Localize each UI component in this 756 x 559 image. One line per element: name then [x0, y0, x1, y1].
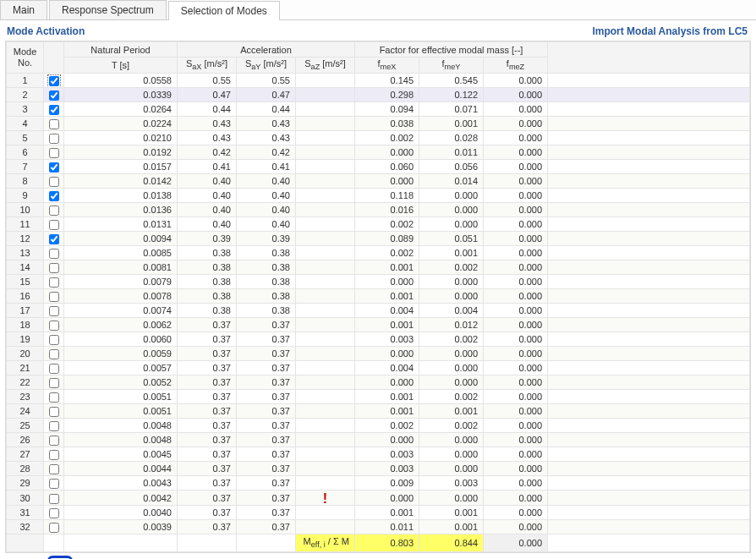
mode-checkbox[interactable]: [49, 508, 59, 518]
table-row[interactable]: 90.01380.400.400.1180.0000.000: [7, 189, 750, 203]
mode-checkbox[interactable]: [49, 392, 59, 403]
mode-checkbox[interactable]: [49, 206, 59, 216]
mode-checkbox[interactable]: [49, 479, 59, 489]
fmex-cell: 0.002: [355, 246, 419, 260]
tab-selection-of-modes[interactable]: Selection of Modes: [168, 1, 280, 20]
mode-checkbox[interactable]: [49, 335, 59, 345]
table-row[interactable]: 80.01420.400.400.0000.0140.000: [7, 174, 750, 189]
tab-response-spectrum[interactable]: Response Spectrum: [49, 0, 167, 19]
tab-strip: MainResponse SpectrumSelection of Modes: [0, 0, 756, 20]
extra-cell: [548, 375, 750, 390]
mode-checkbox[interactable]: [49, 119, 59, 129]
saz-cell: [296, 189, 355, 203]
table-row[interactable]: 110.01310.400.400.0020.0000.000: [7, 217, 750, 232]
table-row[interactable]: 20.03390.470.470.2980.1220.000: [7, 88, 750, 102]
table-row[interactable]: 40.02240.430.430.0380.0010.000: [7, 117, 750, 131]
table-row[interactable]: 230.00510.370.370.0010.0020.000: [7, 390, 750, 404]
mode-checkbox[interactable]: [49, 277, 59, 288]
mode-checkbox[interactable]: [49, 105, 59, 115]
mode-checkbox[interactable]: [49, 364, 59, 374]
mode-checkbox[interactable]: [49, 134, 59, 144]
table-row[interactable]: 170.00740.380.380.0040.0040.000: [7, 304, 750, 318]
mode-checkbox[interactable]: [49, 494, 59, 504]
table-row[interactable]: 250.00480.370.370.0020.0020.000: [7, 419, 750, 433]
sax-cell: 0.37: [178, 375, 237, 390]
mode-checkbox[interactable]: [49, 148, 59, 158]
table-row[interactable]: 320.00390.370.370.0110.0010.000: [7, 520, 750, 534]
tab-main[interactable]: Main: [0, 0, 47, 19]
mode-checkbox[interactable]: [49, 407, 59, 417]
mode-checkbox[interactable]: [49, 249, 59, 259]
mode-checkbox[interactable]: [49, 263, 59, 273]
table-row[interactable]: 140.00810.380.380.0010.0020.000: [7, 260, 750, 275]
table-row[interactable]: 210.00570.370.370.0040.0000.000: [7, 361, 750, 375]
period-cell: 0.0138: [64, 189, 178, 203]
mode-checkbox[interactable]: [49, 421, 59, 431]
table-row[interactable]: 190.00600.370.370.0030.0020.000: [7, 332, 750, 347]
col-extra: [548, 42, 750, 74]
mode-checkbox[interactable]: [49, 292, 59, 302]
table-row[interactable]: 300.00420.370.37!0.0000.0000.000: [7, 490, 750, 506]
period-cell: 0.0078: [64, 289, 178, 304]
import-link[interactable]: Import Modal Analysis from LC5: [592, 25, 748, 37]
table-row[interactable]: 130.00850.380.380.0020.0010.000: [7, 246, 750, 260]
fmez-cell: 0.000: [484, 275, 548, 289]
mode-checkbox[interactable]: [49, 90, 59, 101]
col-period-group: Natural Period: [64, 42, 178, 58]
table-row[interactable]: 50.02100.430.430.0020.0280.000: [7, 131, 750, 145]
mode-checkbox[interactable]: [49, 378, 59, 388]
table-row[interactable]: 260.00480.370.370.0000.0000.000: [7, 433, 750, 447]
table-row[interactable]: 70.01570.410.410.0600.0560.000: [7, 160, 750, 174]
mode-checkbox[interactable]: [49, 306, 59, 316]
table-row[interactable]: 280.00440.370.370.0030.0000.000: [7, 462, 750, 476]
table-row[interactable]: 10.05580.550.550.1450.5450.000: [7, 74, 750, 88]
mode-no: 8: [7, 174, 44, 189]
mode-checkbox[interactable]: [49, 162, 59, 173]
mode-checkbox[interactable]: [49, 220, 59, 230]
summary-fmex: 0.803: [355, 534, 419, 552]
table-row[interactable]: 310.00400.370.370.0010.0010.000: [7, 506, 750, 520]
table-row[interactable]: 270.00450.370.370.0030.0000.000: [7, 447, 750, 462]
say-cell: 0.42: [237, 145, 296, 160]
modes-table: ModeNo. Natural Period Acceleration Fact…: [6, 41, 750, 552]
table-row[interactable]: 30.02640.440.440.0940.0710.000: [7, 102, 750, 117]
mode-checkbox[interactable]: [49, 76, 59, 86]
table-row[interactable]: 240.00510.370.370.0010.0010.000: [7, 404, 750, 419]
mode-checkbox[interactable]: [49, 436, 59, 446]
fmey-cell: 0.000: [419, 375, 484, 390]
say-cell: 0.38: [237, 289, 296, 304]
say-cell: 0.44: [237, 102, 296, 117]
mode-checkbox[interactable]: [49, 464, 59, 474]
table-row[interactable]: 60.01920.420.420.0000.0110.000: [7, 145, 750, 160]
mode-checkbox[interactable]: [49, 349, 59, 359]
mode-checkbox[interactable]: [49, 321, 59, 331]
mode-checkbox[interactable]: [49, 191, 59, 201]
table-row[interactable]: 290.00430.370.370.0090.0030.000: [7, 476, 750, 490]
fmey-cell: 0.001: [419, 117, 484, 131]
saz-cell: [296, 476, 355, 490]
mode-checkbox[interactable]: [49, 523, 59, 533]
table-row[interactable]: 220.00520.370.370.0000.0000.000: [7, 375, 750, 390]
table-row[interactable]: 200.00590.370.370.0000.0000.000: [7, 347, 750, 361]
mode-checkbox[interactable]: [49, 234, 59, 244]
table-row[interactable]: 100.01360.400.400.0160.0000.000: [7, 203, 750, 217]
mode-no: 5: [7, 131, 44, 145]
fmey-cell: 0.000: [419, 462, 484, 476]
fmez-cell: 0.000: [484, 174, 548, 189]
sax-cell: 0.37: [178, 433, 237, 447]
mode-checkbox[interactable]: [49, 450, 59, 460]
table-row[interactable]: 120.00940.390.390.0890.0510.000: [7, 232, 750, 246]
extra-cell: [548, 189, 750, 203]
say-cell: 0.39: [237, 232, 296, 246]
fmey-cell: 0.000: [419, 433, 484, 447]
extra-cell: [548, 174, 750, 189]
fmez-cell: 0.000: [484, 260, 548, 275]
mode-checkbox[interactable]: [49, 177, 59, 187]
fmey-cell: 0.014: [419, 174, 484, 189]
fmez-cell: 0.000: [484, 117, 548, 131]
table-row[interactable]: 160.00780.380.380.0010.0000.000: [7, 289, 750, 304]
say-cell: 0.37: [237, 520, 296, 534]
table-row[interactable]: 150.00790.380.380.0000.0000.000: [7, 275, 750, 289]
table-row[interactable]: 180.00620.370.370.0010.0120.000: [7, 318, 750, 332]
extra-cell: [548, 74, 750, 88]
